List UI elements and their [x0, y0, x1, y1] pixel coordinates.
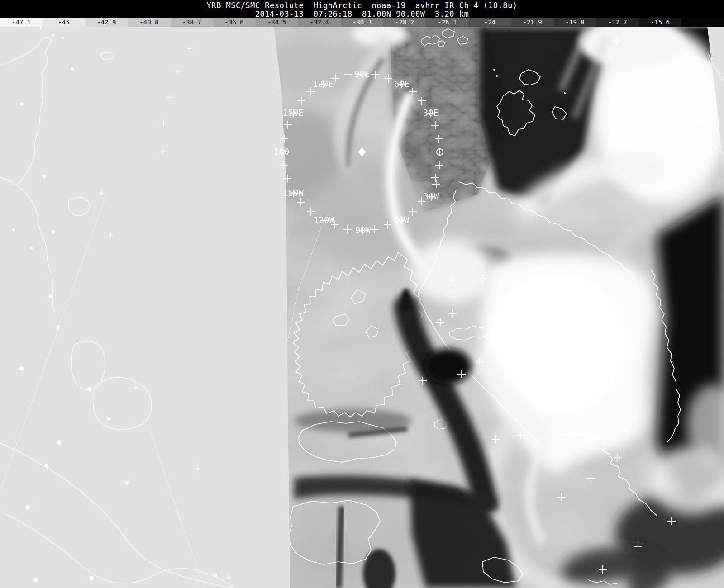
grid-label-150W: 150W — [283, 188, 304, 198]
title-bar: YRB MSC/SMC Resolute HighArctic noaa-19 … — [0, 0, 724, 18]
grid-tick-faint — [99, 190, 105, 196]
graticule-ticks-faint — [99, 46, 231, 580]
scale-segment: -26.1 — [426, 18, 468, 27]
lake-dot — [33, 578, 38, 582]
lake-dot — [52, 230, 55, 233]
lake-dot — [43, 175, 46, 178]
grid-label-60W: 60W — [394, 215, 410, 225]
lake-dot — [125, 481, 129, 484]
basemap-outlines — [0, 27, 235, 588]
grid-tick-faint — [175, 69, 181, 74]
grid-tick-faint — [187, 46, 192, 51]
scale-segment: -32.4 — [298, 18, 341, 27]
territory-border-line — [0, 194, 106, 491]
lake-dot — [20, 102, 24, 106]
lake-dot — [90, 576, 94, 580]
satellite-image: 90E120E60E150E30E180150W30W120W60W90W — [0, 27, 724, 588]
grid-label-120E: 120E — [313, 79, 333, 89]
scale-segment: -30.3 — [341, 18, 383, 27]
scale-segment: -34.5 — [256, 18, 298, 27]
scale-segment: -15.6 — [639, 18, 681, 27]
title-line2: 2014-03-13 07:26:18 81.00N 90.00W 3.20 k… — [0, 10, 724, 18]
lake-dot — [25, 505, 30, 510]
grid-tick-faint — [133, 385, 138, 390]
lake-dot — [214, 574, 217, 577]
title-line1: YRB MSC/SMC Resolute HighArctic noaa-19 … — [0, 0, 724, 10]
lake-dot — [57, 440, 61, 445]
lake-dot — [87, 387, 92, 391]
map-area: 90E120E60E150E30E180150W30W120W60W90W — [0, 27, 724, 588]
lake-dot — [30, 247, 33, 249]
lake-dot — [107, 417, 110, 421]
satellite-viewer: YRB MSC/SMC Resolute HighArctic noaa-19 … — [0, 0, 724, 588]
scale-segment: -40.8 — [128, 18, 170, 27]
grid-tick-faint — [108, 232, 114, 238]
grid-label-30E: 30E — [423, 108, 438, 118]
scale-segment: -28.2 — [383, 18, 426, 27]
scale-segment: -21.9 — [511, 18, 554, 27]
lake-dot — [49, 294, 52, 298]
grid-tick-faint — [167, 95, 172, 100]
scale-segment: -42.9 — [85, 18, 128, 27]
temperature-scale-bar: -47.1-45-42.9-40.8-38.7-36.6-34.5-32.4-3… — [0, 18, 724, 27]
grid-tick-faint — [195, 465, 200, 471]
grid-label-30W: 30W — [424, 191, 439, 201]
grid-label-90E: 90E — [354, 69, 370, 79]
grid-tick-faint — [161, 120, 167, 126]
scale-segment: -24 — [468, 18, 511, 27]
satellite-swath — [258, 27, 724, 588]
grid-label-60E: 60E — [394, 79, 410, 89]
lake-dot — [45, 464, 48, 467]
grid-label-120W: 120W — [314, 215, 334, 225]
circle-cross-marker — [437, 149, 443, 155]
lake-dot — [56, 325, 60, 329]
lake-dots — [12, 67, 217, 582]
scale-segment — [681, 18, 724, 27]
grid-label-90W: 90W — [355, 225, 371, 235]
grid-tick-faint — [226, 575, 231, 580]
lake-dot — [71, 67, 74, 70]
grid-label-150E: 150E — [283, 108, 304, 118]
scale-segment: -17.7 — [596, 18, 639, 27]
grid-tick-faint — [160, 149, 166, 154]
grid-label-180: 180 — [274, 147, 289, 156]
scale-segment: -36.6 — [213, 18, 256, 27]
lake-dot — [19, 366, 24, 371]
scale-segment: -38.7 — [171, 18, 213, 27]
scale-segment: -47.1 — [0, 18, 43, 27]
scale-segment: -19.8 — [554, 18, 596, 27]
lake-dot — [12, 228, 15, 231]
territory-border-line — [150, 431, 205, 588]
scale-segment: -45 — [43, 18, 85, 27]
